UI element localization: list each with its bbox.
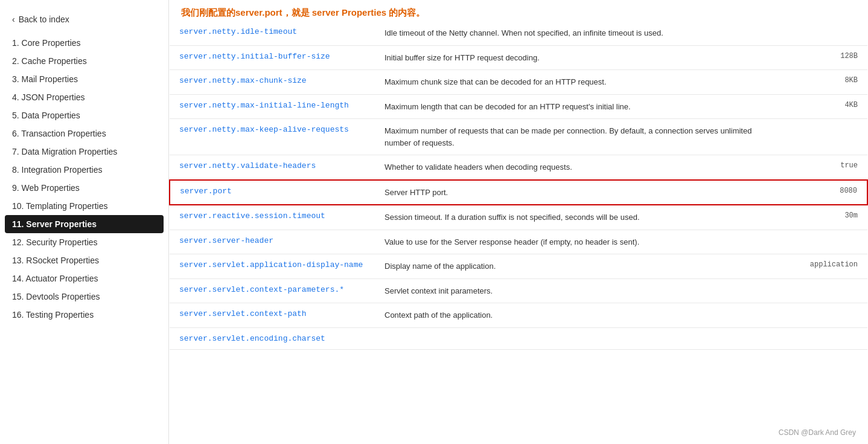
sidebar-item-11[interactable]: 11. Server Properties [5,215,164,233]
prop-default [785,21,867,45]
prop-desc: Initial buffer size for HTTP request dec… [375,45,785,70]
main-content: 我们刚配置的server.port，就是 server Properties 的… [169,0,868,444]
table-row: server.netty.max-chunk-sizeMaximum chunk… [170,70,867,95]
sidebar-item-1[interactable]: 1. Core Properties [0,34,168,52]
prop-key[interactable]: server.servlet.context-path [170,303,375,328]
prop-default: true [785,155,867,180]
sidebar-item-13[interactable]: 13. RSocket Properties [0,251,168,269]
prop-key[interactable]: server.netty.max-keep-alive-requests [170,119,375,155]
prop-key[interactable]: server.netty.max-chunk-size [170,70,375,95]
sidebar-item-6[interactable]: 6. Transaction Properties [0,124,168,143]
prop-desc [375,327,785,349]
table-row: server.servlet.context-parameters.*Servl… [170,278,867,303]
sidebar-item-5[interactable]: 5. Data Properties [0,106,168,124]
table-row: server.reactive.session.timeoutSession t… [170,205,867,230]
prop-key[interactable]: server.servlet.context-parameters.* [170,278,375,303]
sidebar-item-16[interactable]: 16. Testing Properties [0,306,168,324]
table-row: server.netty.validate-headersWhether to … [170,155,867,180]
prop-key[interactable]: server.netty.idle-timeout [170,21,375,45]
prop-desc: Servlet context init parameters. [375,278,785,303]
prop-default: 4KB [785,94,867,119]
prop-default [785,119,867,155]
prop-desc: Maximum length that can be decoded for a… [375,94,785,119]
prop-default: 30m [785,205,867,230]
prop-default [785,278,867,303]
sidebar: ‹ Back to index 1. Core Properties2. Cac… [0,0,169,444]
sidebar-item-9[interactable]: 9. Web Properties [0,179,168,197]
prop-key[interactable]: server.netty.max-initial-line-length [170,94,375,119]
chevron-left-icon: ‹ [12,14,15,24]
prop-default [785,230,867,254]
prop-desc: Session timeout. If a duration suffix is… [375,205,785,230]
sidebar-nav: 1. Core Properties2. Cache Properties3. … [0,34,168,324]
prop-key[interactable]: server.servlet.application-display-name [170,254,375,279]
prop-desc: Context path of the application. [375,303,785,328]
sidebar-item-12[interactable]: 12. Security Properties [0,233,168,251]
table-row: server.server-headerValue to use for the… [170,230,867,254]
back-label: Back to index [19,14,69,24]
prop-desc: Server HTTP port. [375,180,785,205]
sidebar-item-4[interactable]: 4. JSON Properties [0,88,168,106]
watermark: CSDN @Dark And Grey [779,428,856,437]
table-row: server.netty.max-keep-alive-requestsMaxi… [170,119,867,155]
annotation-text: 我们刚配置的server.port，就是 server Properties 的… [169,0,868,21]
sidebar-item-8[interactable]: 8. Integration Properties [0,161,168,179]
sidebar-item-14[interactable]: 14. Actuator Properties [0,269,168,288]
sidebar-item-10[interactable]: 10. Templating Properties [0,197,168,215]
prop-default: 128B [785,45,867,70]
prop-desc: Value to use for the Server response hea… [375,230,785,254]
prop-desc: Whether to validate headers when decodin… [375,155,785,180]
prop-desc: Maximum chunk size that can be decoded f… [375,70,785,95]
prop-desc: Maximum number of requests that can be m… [375,119,785,155]
prop-key[interactable]: server.server-header [170,230,375,254]
prop-desc: Idle timeout of the Netty channel. When … [375,21,785,45]
table-row: server.netty.idle-timeoutIdle timeout of… [170,21,867,45]
table-row: server.servlet.application-display-nameD… [170,254,867,279]
prop-key[interactable]: server.netty.initial-buffer-size [170,45,375,70]
prop-default: 8080 [785,180,867,205]
prop-default [785,303,867,328]
table-row: server.portServer HTTP port.8080 [170,180,867,205]
sidebar-item-2[interactable]: 2. Cache Properties [0,52,168,70]
sidebar-item-7[interactable]: 7. Data Migration Properties [0,143,168,161]
back-to-index-link[interactable]: ‹ Back to index [0,10,168,34]
prop-default: application [785,254,867,279]
prop-key[interactable]: server.netty.validate-headers [170,155,375,180]
prop-default: 8KB [785,70,867,95]
table-row: server.netty.initial-buffer-sizeInitial … [170,45,867,70]
prop-default [785,327,867,349]
prop-key[interactable]: server.port [170,180,375,205]
table-row: server.servlet.context-pathContext path … [170,303,867,328]
table-row: server.netty.max-initial-line-lengthMaxi… [170,94,867,119]
prop-key[interactable]: server.servlet.encoding.charset [170,327,375,349]
prop-key[interactable]: server.reactive.session.timeout [170,205,375,230]
table-row: server.servlet.encoding.charset [170,327,867,349]
sidebar-item-3[interactable]: 3. Mail Properties [0,70,168,88]
properties-table: server.netty.idle-timeoutIdle timeout of… [169,21,868,350]
sidebar-item-15[interactable]: 15. Devtools Properties [0,288,168,306]
prop-desc: Display name of the application. [375,254,785,279]
